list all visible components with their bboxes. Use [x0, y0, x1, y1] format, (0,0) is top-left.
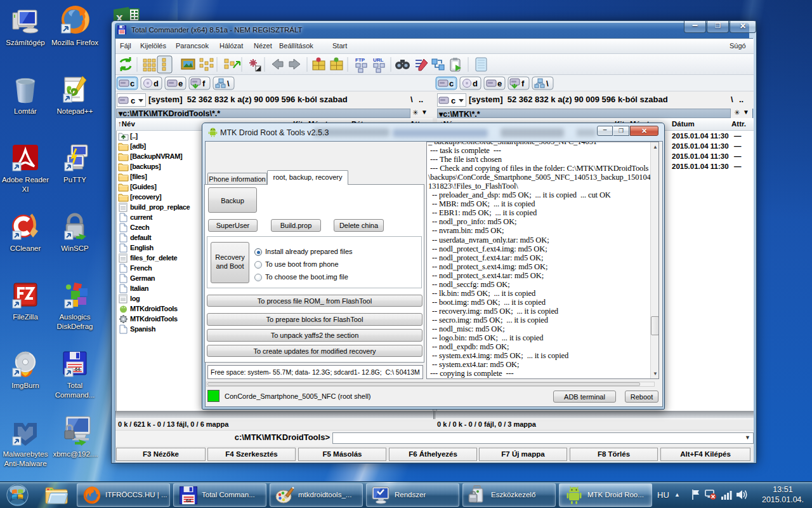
svg-text:f: f	[521, 79, 525, 88]
svg-text:c: c	[449, 79, 454, 88]
svg-text:\: \	[546, 79, 549, 88]
svg-text:d: d	[473, 79, 478, 88]
svg-text:c: c	[131, 96, 135, 105]
svg-text:e: e	[497, 79, 502, 88]
svg-text:FTP: FTP	[355, 57, 365, 63]
svg-text:e: e	[178, 79, 183, 88]
svg-text:64: 64	[186, 498, 192, 504]
svg-text:-64-: -64-	[74, 367, 82, 371]
svg-text:c: c	[130, 79, 134, 88]
svg-text:d: d	[154, 79, 159, 88]
svg-text:\: \	[227, 79, 230, 88]
svg-text:f: f	[202, 79, 206, 88]
svg-text:URL: URL	[373, 57, 384, 63]
svg-text:c: c	[451, 96, 455, 105]
